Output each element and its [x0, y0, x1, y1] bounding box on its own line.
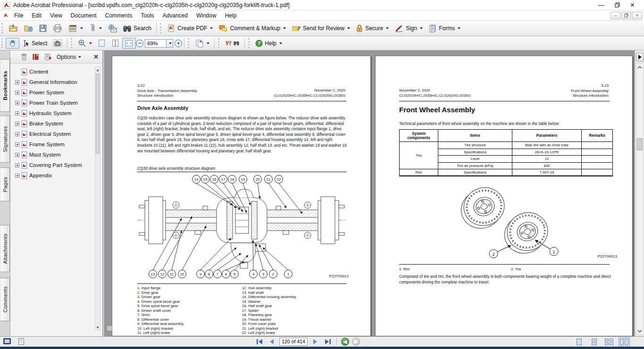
screen-mode-icon[interactable]: [3, 338, 11, 345]
menu-file[interactable]: File: [10, 11, 27, 20]
sign-button[interactable]: Sign: [392, 23, 426, 34]
toolbar-grip[interactable]: [1, 23, 4, 33]
minimize-icon[interactable]: —: [598, 2, 604, 8]
page-view-icon[interactable]: [18, 338, 25, 345]
open-button[interactable]: [6, 23, 21, 34]
save-button[interactable]: [36, 23, 50, 34]
next-page-button[interactable]: [310, 337, 320, 346]
actual-size-button[interactable]: [95, 38, 109, 49]
last-page-button[interactable]: [323, 337, 332, 346]
bookmarks-options-button[interactable]: Options: [57, 54, 81, 60]
bookmark-item[interactable]: Hydraulic System: [10, 108, 94, 118]
bookmark-expander-icon[interactable]: [15, 163, 19, 167]
first-page-button[interactable]: [255, 337, 264, 346]
zoom-tool-button[interactable]: [75, 38, 95, 49]
send-review-button[interactable]: Send for Review: [289, 23, 353, 34]
bookmark-item[interactable]: Appendix: [10, 170, 94, 181]
bookmark-expander-icon[interactable]: [15, 174, 19, 178]
help-button[interactable]: ? Help: [252, 38, 285, 49]
pane-corner-grip[interactable]: [107, 325, 112, 331]
toolbar-grip[interactable]: [71, 38, 73, 48]
menu-document[interactable]: Document: [67, 11, 101, 20]
bookmark-expander-icon[interactable]: [15, 132, 19, 136]
sidebar-tab-pages[interactable]: Pages: [0, 167, 10, 201]
bookmark-item[interactable]: Electrical System: [10, 129, 94, 139]
expand-current-bookmark-icon[interactable]: [32, 53, 40, 60]
menu-window[interactable]: Window: [192, 11, 221, 20]
organizer-button[interactable]: [65, 23, 86, 34]
scrollbar-thumb[interactable]: [96, 74, 100, 154]
scroll-up-icon[interactable]: ▲: [95, 67, 100, 73]
bookmark-expander-icon[interactable]: [15, 91, 19, 95]
yahoo-search-button[interactable]: Y!: [222, 38, 243, 48]
menu-tools[interactable]: Tools: [137, 11, 159, 20]
page-indicator-input[interactable]: [279, 338, 308, 346]
restore-icon[interactable]: [615, 2, 620, 8]
toolbar-grip[interactable]: [188, 38, 190, 48]
delete-bookmark-icon[interactable]: [21, 53, 27, 60]
attach-button[interactable]: [86, 23, 105, 34]
create-pdf-button[interactable]: Create PDF: [164, 23, 216, 34]
secure-button[interactable]: Secure: [353, 23, 392, 34]
doc-close-icon[interactable]: ×: [632, 12, 642, 19]
continuous-page-button[interactable]: [588, 337, 600, 346]
bookmark-item[interactable]: Power System: [10, 87, 94, 98]
menu-help[interactable]: Help: [221, 11, 241, 20]
toolbar-grip[interactable]: [1, 38, 4, 48]
doc-scroll-down-icon[interactable]: [636, 327, 643, 334]
sidebar-tab-comments[interactable]: Comments: [0, 278, 10, 321]
panel-expand-button[interactable]: [636, 53, 644, 61]
zoom-out-button[interactable]: −: [136, 40, 143, 47]
bookmark-expander-icon[interactable]: [15, 142, 19, 147]
toolbar-grip[interactable]: [248, 38, 251, 48]
print-button[interactable]: [50, 23, 65, 34]
bookmark-expander-icon[interactable]: [15, 153, 19, 157]
email-button[interactable]: [105, 23, 120, 34]
comment-markup-button[interactable]: Comment & Markup: [216, 23, 289, 34]
bookmark-item[interactable]: Frame System: [10, 139, 94, 150]
bookmark-item[interactable]: Brake System: [10, 118, 94, 129]
bookmark-item[interactable]: General Information: [10, 77, 94, 87]
menu-advanced[interactable]: Advanced: [159, 11, 192, 20]
forms-button[interactable]: Forms: [426, 23, 463, 34]
bookmarks-scrollbar[interactable]: ▲ ▼: [95, 66, 100, 331]
bookmark-expander-icon[interactable]: [15, 111, 19, 116]
zoom-in-button[interactable]: +: [175, 40, 182, 47]
doc-minimize-icon[interactable]: –: [611, 12, 620, 19]
bookmark-item[interactable]: Mast System: [10, 150, 94, 160]
hand-tool-button[interactable]: [6, 38, 19, 49]
sidebar-tab-attachments[interactable]: Attachments: [0, 225, 10, 272]
menu-comments[interactable]: Comments: [101, 11, 137, 20]
doc-scrollbar-thumb[interactable]: [637, 138, 643, 150]
panel-close-icon[interactable]: ✕: [93, 53, 99, 60]
bookmark-expander-icon[interactable]: [15, 101, 19, 105]
sidebar-tab-bookmarks[interactable]: Bookmarks: [0, 59, 10, 112]
fit-width-button[interactable]: [122, 38, 136, 49]
single-page-button[interactable]: [573, 337, 585, 346]
scroll-down-icon[interactable]: ▼: [95, 324, 100, 330]
previous-view-button[interactable]: ◀: [341, 338, 349, 346]
document-scrollbar[interactable]: [636, 63, 644, 335]
bookmark-expander-icon[interactable]: [15, 80, 19, 84]
fit-page-button[interactable]: [109, 38, 122, 49]
bookmark-expander-icon[interactable]: [15, 122, 19, 126]
menu-view[interactable]: View: [46, 11, 67, 20]
doc-restore-icon[interactable]: [621, 12, 631, 19]
bookmark-item[interactable]: Power Train System: [10, 98, 94, 108]
doc-scroll-up-icon[interactable]: [636, 64, 643, 71]
next-view-button[interactable]: ▶: [352, 338, 360, 346]
bookmark-item[interactable]: Covering Part System: [10, 160, 94, 170]
menu-edit[interactable]: Edit: [27, 11, 46, 20]
previous-page-button[interactable]: [267, 337, 276, 346]
bookmark-item[interactable]: Content: [10, 66, 94, 77]
new-bookmark-icon[interactable]: [44, 53, 52, 60]
zoom-level-dropdown[interactable]: [167, 39, 173, 48]
snapshot-tool-button[interactable]: [50, 38, 65, 49]
sidebar-tab-signatures[interactable]: Signatures: [0, 116, 10, 163]
open-organizer-button[interactable]: [21, 23, 36, 34]
page-display-button[interactable]: [192, 38, 212, 49]
zoom-level-input[interactable]: [145, 39, 167, 48]
toolbar-grip[interactable]: [218, 38, 220, 48]
select-tool-button[interactable]: Select: [19, 38, 50, 49]
close-icon[interactable]: ×: [630, 1, 635, 9]
